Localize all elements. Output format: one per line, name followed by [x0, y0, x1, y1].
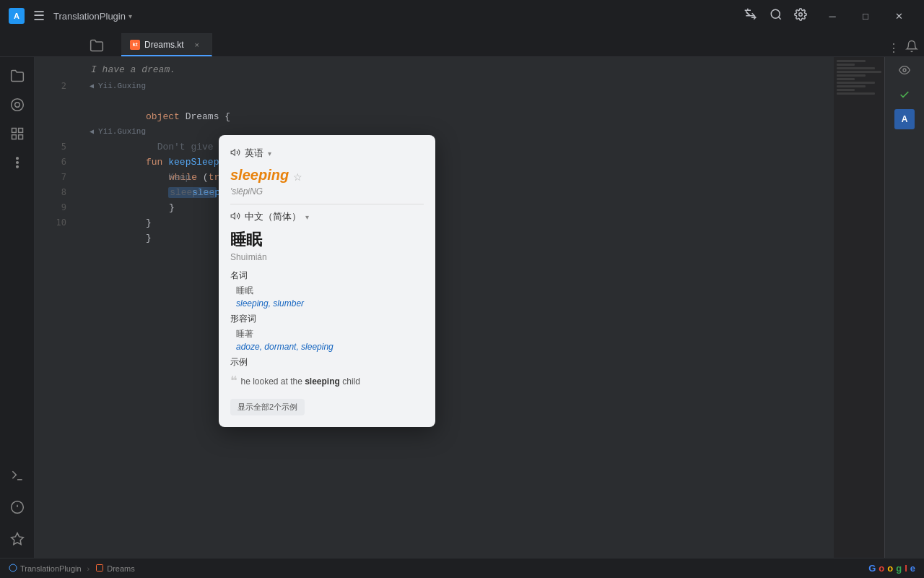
ghost-text-line: Don't give up on your dreams... Keep sle… [84, 109, 834, 124]
google-g-icon: G [868, 563, 876, 574]
plugin-title: TranslationPlugin ▾ [53, 11, 132, 22]
titlebar: A ☰ TranslationPlugin ▾ [0, 0, 924, 32]
popup-adj-section-title: 形容词 [230, 313, 424, 325]
maximize-button[interactable]: □ [849, 0, 882, 32]
titlebar-actions [744, 7, 807, 25]
sidebar-more-icon[interactable] [4, 150, 30, 176]
popup-example-post: child [340, 376, 360, 387]
google-e: e [910, 563, 915, 574]
popup-word-row: sleeping ☆ [230, 167, 424, 186]
minimap-line [837, 74, 866, 77]
plugin-status-item[interactable]: TranslationPlugin [9, 564, 82, 574]
search-icon[interactable] [770, 8, 783, 24]
comment-line: I have a dream. [84, 60, 834, 79]
svg-point-2 [11, 99, 23, 111]
selected-word-ghost: sleeping [168, 187, 216, 198]
popup-example-bold: sleeping [305, 376, 340, 387]
popup-target-lang-dropdown[interactable]: ▾ [305, 213, 309, 221]
code-line-2: object Dreams { [84, 94, 834, 109]
minimap-line [837, 71, 881, 73]
sidebar-vcs-icon[interactable] [4, 92, 30, 118]
svg-point-18 [903, 69, 906, 72]
google-g2: g [896, 563, 902, 574]
popup-speaker2-icon[interactable] [230, 211, 240, 223]
right-panel-translate-icon[interactable]: A [894, 109, 915, 129]
right-panel-check-icon[interactable] [894, 85, 915, 105]
svg-marker-16 [231, 149, 235, 155]
minimize-button[interactable]: ─ [816, 0, 849, 32]
breadcrumb-dreams[interactable]: Dreams [95, 564, 135, 574]
popup-target-lang-label: 中文（简体） [245, 210, 301, 223]
svg-point-10 [16, 166, 18, 168]
sidebar-plugins-icon[interactable] [4, 121, 30, 147]
minimap-line [837, 60, 866, 62]
editor-content: I have a dream. ◀ Yii.Guxing object Drea… [78, 57, 834, 233]
popup-example: ❝ he looked at the sleeping child [230, 374, 424, 387]
file-tree-icon[interactable] [90, 38, 104, 56]
line-numbers: 2 5 6 7 8 9 10 [35, 57, 78, 558]
popup-target-lang-row: 中文（简体） ▾ [230, 210, 424, 223]
minimap-line [837, 85, 866, 87]
popup-pinyin: Shuìmián [230, 252, 424, 262]
minimap-line [837, 92, 875, 95]
comment-text: I have a dream. [91, 62, 175, 77]
svg-rect-4 [12, 129, 16, 133]
minimap [834, 57, 884, 558]
popup-adj-translation: 睡著 [230, 328, 424, 340]
translation-popup: 英语 ▾ sleeping ☆ 'slēpiNG [219, 135, 435, 427]
sidebar-bookmarks-icon[interactable] [4, 526, 30, 552]
popup-example-pre: he looked at the [240, 376, 305, 387]
popup-show-all-button[interactable]: 显示全部2个示例 [230, 399, 305, 415]
more-tabs-icon[interactable]: ⋮ [888, 41, 899, 55]
popup-adj-synonyms: adoze, dormant, sleeping [230, 342, 424, 352]
tabbar: kt Dreams.kt × ⋮ [0, 32, 924, 57]
sidebar-folder-icon[interactable] [4, 63, 30, 89]
minimap-line [837, 67, 875, 69]
popup-example-section-title: 示例 [230, 356, 424, 368]
svg-point-9 [16, 162, 18, 164]
right-panel-eye-icon[interactable] [894, 60, 915, 80]
editor-area[interactable]: I have a dream. ◀ Yii.Guxing object Drea… [78, 57, 834, 558]
app-logo: A [9, 8, 25, 24]
sidebar-problems-icon[interactable] [4, 494, 30, 520]
svg-point-0 [771, 9, 780, 18]
tabbar-actions: ⋮ [888, 40, 924, 56]
breadcrumb-dreams-label: Dreams [107, 564, 135, 573]
statusbar: TranslationPlugin › Dreams G o o g l e [0, 558, 924, 578]
popup-noun-synonyms: sleeping, slumber [230, 298, 424, 309]
translate-action-icon[interactable] [744, 7, 758, 25]
popup-source-lang-dropdown[interactable]: ▾ [268, 150, 271, 158]
svg-point-8 [16, 158, 18, 160]
author-line-2: ◀ Yii.Guxing [84, 124, 834, 139]
author-line-1: ◀ Yii.Guxing [84, 79, 834, 94]
popup-star-icon[interactable]: ☆ [293, 171, 302, 183]
tab-label: Dreams.kt [144, 40, 184, 50]
svg-marker-17 [231, 212, 235, 218]
right-panel: A [884, 57, 924, 558]
file-tab-dreams[interactable]: kt Dreams.kt × [121, 33, 212, 56]
google-o1: o [879, 563, 884, 574]
svg-point-1 [799, 13, 803, 17]
popup-divider [230, 204, 424, 204]
popup-source-lang-label: 英语 [245, 147, 263, 160]
menu-icon[interactable]: ☰ [33, 8, 45, 24]
notifications-icon[interactable] [905, 40, 918, 56]
google-branding: G o o g l e [868, 563, 915, 574]
popup-speaker-icon[interactable] [230, 147, 240, 160]
svg-rect-20 [97, 564, 103, 571]
sidebar-terminal-icon[interactable] [4, 462, 30, 488]
settings-icon[interactable] [794, 8, 807, 24]
close-button[interactable]: ✕ [882, 0, 915, 32]
svg-rect-7 [18, 135, 22, 139]
popup-phonetic: 'slēpiNG [230, 186, 424, 197]
tab-close-button[interactable]: × [191, 39, 203, 51]
google-o2: o [887, 563, 893, 574]
minimap-content [834, 57, 884, 99]
svg-point-3 [14, 103, 19, 108]
code-line-10: } [84, 215, 834, 230]
popup-word: sleeping [230, 167, 289, 184]
breadcrumb-sep-1: › [87, 564, 90, 573]
minimap-line [837, 64, 855, 66]
plugin-status-icon [9, 564, 17, 574]
popup-show-all-container: 显示全部2个示例 [230, 393, 424, 415]
